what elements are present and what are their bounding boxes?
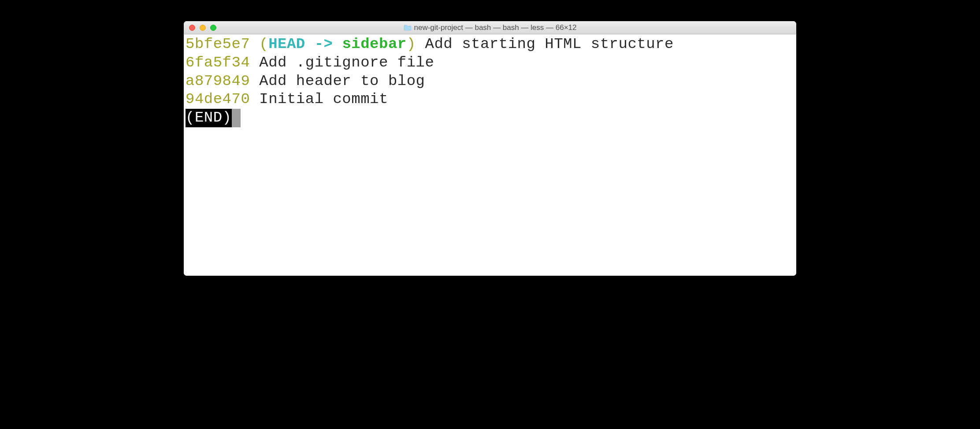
folder-icon bbox=[404, 25, 412, 31]
commit-line: 94de470 Initial commit bbox=[186, 90, 794, 109]
pager-end-line: (END) bbox=[186, 109, 794, 127]
commit-line: 5bfe5e7 (HEAD -> sidebar) Add starting H… bbox=[186, 35, 794, 54]
branch-name: sidebar bbox=[342, 36, 406, 52]
terminal-body[interactable]: 5bfe5e7 (HEAD -> sidebar) Add starting H… bbox=[184, 34, 796, 276]
commit-line: a879849 Add header to blog bbox=[186, 72, 794, 91]
commit-line: 6fa5f34 Add .gitignore file bbox=[186, 54, 794, 72]
window-title: new-git-project — bash — bash — less — 6… bbox=[414, 23, 577, 32]
commit-hash: 5bfe5e7 bbox=[186, 36, 250, 52]
traffic-lights bbox=[189, 25, 216, 31]
commit-hash: 6fa5f34 bbox=[186, 54, 250, 71]
commit-message: Add starting HTML structure bbox=[425, 36, 674, 52]
commit-message: Initial commit bbox=[259, 91, 388, 107]
commit-message: Add .gitignore file bbox=[259, 54, 434, 71]
title-container: new-git-project — bash — bash — less — 6… bbox=[188, 23, 792, 32]
minimize-button[interactable] bbox=[200, 25, 206, 31]
end-marker: (END) bbox=[186, 109, 232, 127]
head-label: HEAD -> bbox=[268, 36, 333, 52]
commit-hash: a879849 bbox=[186, 73, 250, 89]
ref-paren-close: ) bbox=[407, 36, 416, 52]
maximize-button[interactable] bbox=[210, 25, 216, 31]
commit-message: Add header to blog bbox=[259, 73, 425, 89]
window-titlebar[interactable]: new-git-project — bash — bash — less — 6… bbox=[184, 21, 796, 34]
close-button[interactable] bbox=[189, 25, 195, 31]
terminal-window: new-git-project — bash — bash — less — 6… bbox=[184, 21, 796, 276]
commit-hash: 94de470 bbox=[186, 91, 250, 107]
ref-paren-open: ( bbox=[259, 36, 268, 52]
cursor-block bbox=[232, 109, 241, 127]
